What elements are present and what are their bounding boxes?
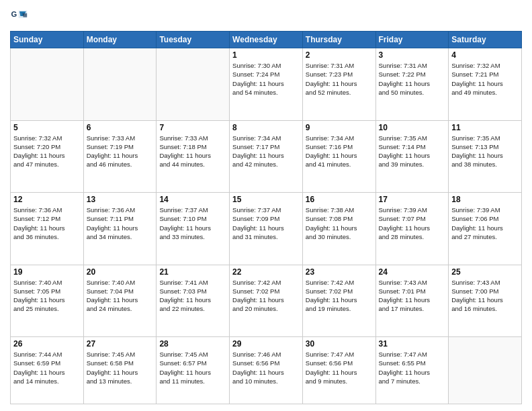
day-info: Sunrise: 7:31 AM Sunset: 7:23 PM Dayligh… [306,61,373,97]
calendar-cell: 26Sunrise: 7:44 AM Sunset: 6:59 PM Dayli… [11,337,84,404]
day-info: Sunrise: 7:36 AM Sunset: 7:12 PM Dayligh… [13,205,81,241]
day-info: Sunrise: 7:34 AM Sunset: 7:16 PM Dayligh… [306,134,373,169]
day-number: 28 [159,339,226,349]
calendar-cell: 21Sunrise: 7:41 AM Sunset: 7:03 PM Dayli… [157,265,230,337]
calendar-cell [449,337,522,404]
calendar-cell: 25Sunrise: 7:43 AM Sunset: 7:00 PM Dayli… [449,265,522,337]
calendar-cell: 5Sunrise: 7:32 AM Sunset: 7:20 PM Daylig… [11,120,84,193]
day-info: Sunrise: 7:43 AM Sunset: 7:01 PM Dayligh… [379,278,446,314]
day-number: 13 [87,195,154,204]
calendar-cell: 23Sunrise: 7:42 AM Sunset: 7:02 PM Dayli… [302,265,375,337]
calendar-cell: 2Sunrise: 7:31 AM Sunset: 7:23 PM Daylig… [302,48,375,121]
calendar-cell: 27Sunrise: 7:45 AM Sunset: 6:58 PM Dayli… [83,337,157,404]
day-info: Sunrise: 7:38 AM Sunset: 7:08 PM Dayligh… [306,205,373,241]
day-info: Sunrise: 7:32 AM Sunset: 7:20 PM Dayligh… [13,134,81,169]
day-number: 12 [13,195,81,204]
day-number: 21 [159,267,226,277]
day-info: Sunrise: 7:42 AM Sunset: 7:02 PM Dayligh… [232,278,300,314]
calendar-cell: 8Sunrise: 7:34 AM Sunset: 7:17 PM Daylig… [230,120,303,193]
week-row-3: 12Sunrise: 7:36 AM Sunset: 7:12 PM Dayli… [11,193,522,265]
day-number: 14 [159,195,226,204]
calendar-cell: 28Sunrise: 7:45 AM Sunset: 6:57 PM Dayli… [157,337,230,404]
day-info: Sunrise: 7:41 AM Sunset: 7:03 PM Dayligh… [159,278,226,314]
day-info: Sunrise: 7:33 AM Sunset: 7:19 PM Dayligh… [87,134,154,169]
day-info: Sunrise: 7:39 AM Sunset: 7:06 PM Dayligh… [451,205,519,241]
day-number: 1 [232,50,300,60]
day-number: 19 [13,267,81,277]
day-info: Sunrise: 7:40 AM Sunset: 7:05 PM Dayligh… [13,278,81,314]
calendar-cell: 18Sunrise: 7:39 AM Sunset: 7:06 PM Dayli… [449,193,522,265]
day-info: Sunrise: 7:44 AM Sunset: 6:59 PM Dayligh… [13,350,81,385]
week-row-1: 1Sunrise: 7:30 AM Sunset: 7:24 PM Daylig… [11,48,522,121]
day-number: 2 [306,50,373,60]
day-number: 10 [379,123,446,132]
day-info: Sunrise: 7:43 AM Sunset: 7:00 PM Dayligh… [451,278,519,314]
day-number: 16 [306,195,373,204]
day-info: Sunrise: 7:45 AM Sunset: 6:58 PM Dayligh… [87,350,154,385]
calendar-cell: 14Sunrise: 7:37 AM Sunset: 7:10 PM Dayli… [157,193,230,265]
weekday-friday: Friday [375,32,449,48]
calendar-cell: 6Sunrise: 7:33 AM Sunset: 7:19 PM Daylig… [83,120,157,193]
day-number: 25 [451,267,519,277]
day-info: Sunrise: 7:40 AM Sunset: 7:04 PM Dayligh… [87,278,154,314]
weekday-monday: Monday [83,32,157,48]
day-info: Sunrise: 7:36 AM Sunset: 7:11 PM Dayligh… [87,205,154,241]
calendar-cell: 10Sunrise: 7:35 AM Sunset: 7:14 PM Dayli… [375,120,449,193]
logo: G [10,7,32,26]
calendar-cell: 1Sunrise: 7:30 AM Sunset: 7:24 PM Daylig… [230,48,303,121]
day-number: 26 [13,339,81,349]
svg-text:G: G [11,10,17,18]
calendar-cell [11,48,84,121]
day-number: 20 [87,267,154,277]
day-number: 7 [159,123,226,132]
calendar-cell: 17Sunrise: 7:39 AM Sunset: 7:07 PM Dayli… [375,193,449,265]
calendar-cell: 9Sunrise: 7:34 AM Sunset: 7:16 PM Daylig… [302,120,375,193]
calendar-cell: 4Sunrise: 7:32 AM Sunset: 7:21 PM Daylig… [449,48,522,121]
calendar-cell: 29Sunrise: 7:46 AM Sunset: 6:56 PM Dayli… [230,337,303,404]
day-info: Sunrise: 7:32 AM Sunset: 7:21 PM Dayligh… [451,61,519,97]
day-number: 30 [306,339,373,349]
day-info: Sunrise: 7:46 AM Sunset: 6:56 PM Dayligh… [232,350,300,385]
calendar-cell: 19Sunrise: 7:40 AM Sunset: 7:05 PM Dayli… [11,265,84,337]
day-info: Sunrise: 7:35 AM Sunset: 7:14 PM Dayligh… [379,134,446,169]
day-number: 24 [379,267,446,277]
week-row-2: 5Sunrise: 7:32 AM Sunset: 7:20 PM Daylig… [11,120,522,193]
day-number: 31 [379,339,446,349]
weekday-saturday: Saturday [449,32,522,48]
weekday-tuesday: Tuesday [157,32,230,48]
day-number: 3 [379,50,446,60]
weekday-wednesday: Wednesday [230,32,303,48]
day-number: 22 [232,267,300,277]
calendar-cell: 12Sunrise: 7:36 AM Sunset: 7:12 PM Dayli… [11,193,84,265]
calendar-cell: 3Sunrise: 7:31 AM Sunset: 7:22 PM Daylig… [375,48,449,121]
day-info: Sunrise: 7:37 AM Sunset: 7:10 PM Dayligh… [159,205,226,241]
week-row-4: 19Sunrise: 7:40 AM Sunset: 7:05 PM Dayli… [11,265,522,337]
logo-icon: G [10,7,29,26]
day-number: 8 [232,123,300,132]
day-info: Sunrise: 7:37 AM Sunset: 7:09 PM Dayligh… [232,205,300,241]
calendar-cell: 11Sunrise: 7:35 AM Sunset: 7:13 PM Dayli… [449,120,522,193]
day-info: Sunrise: 7:42 AM Sunset: 7:02 PM Dayligh… [306,278,373,314]
day-number: 11 [451,123,519,132]
day-number: 5 [13,123,81,132]
week-row-5: 26Sunrise: 7:44 AM Sunset: 6:59 PM Dayli… [11,337,522,404]
day-number: 18 [451,195,519,204]
day-info: Sunrise: 7:33 AM Sunset: 7:18 PM Dayligh… [159,134,226,169]
day-info: Sunrise: 7:34 AM Sunset: 7:17 PM Dayligh… [232,134,300,169]
day-number: 29 [232,339,300,349]
day-info: Sunrise: 7:47 AM Sunset: 6:56 PM Dayligh… [306,350,373,385]
page-header: G [10,7,522,26]
day-info: Sunrise: 7:39 AM Sunset: 7:07 PM Dayligh… [379,205,446,241]
calendar-cell: 13Sunrise: 7:36 AM Sunset: 7:11 PM Dayli… [83,193,157,265]
day-info: Sunrise: 7:30 AM Sunset: 7:24 PM Dayligh… [232,61,300,97]
day-number: 23 [306,267,373,277]
calendar-cell: 30Sunrise: 7:47 AM Sunset: 6:56 PM Dayli… [302,337,375,404]
calendar-cell: 20Sunrise: 7:40 AM Sunset: 7:04 PM Dayli… [83,265,157,337]
day-number: 6 [87,123,154,132]
day-number: 4 [451,50,519,60]
calendar-cell: 22Sunrise: 7:42 AM Sunset: 7:02 PM Dayli… [230,265,303,337]
day-number: 15 [232,195,300,204]
calendar-cell: 7Sunrise: 7:33 AM Sunset: 7:18 PM Daylig… [157,120,230,193]
day-number: 17 [379,195,446,204]
calendar-cell: 31Sunrise: 7:47 AM Sunset: 6:55 PM Dayli… [375,337,449,404]
